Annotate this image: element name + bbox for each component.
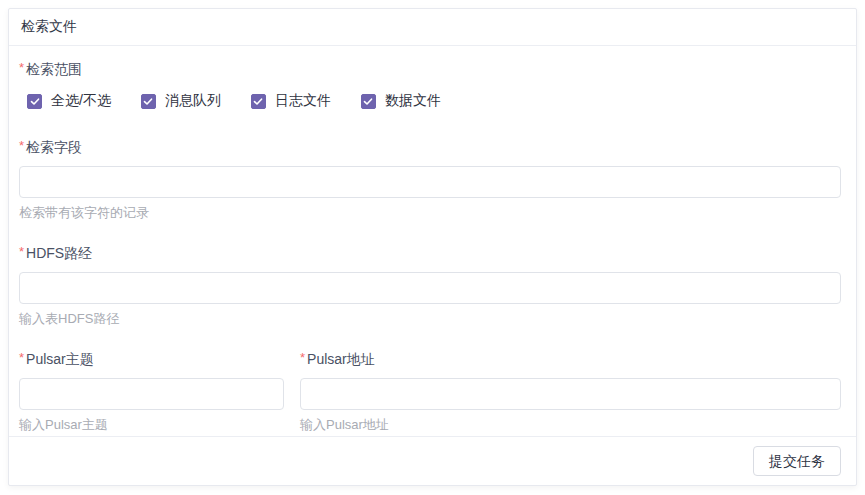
search-file-panel: 检索文件 * 检索范围 全选/不选 消息队列 (8, 8, 857, 486)
checkbox-label[interactable]: 全选/不选 (51, 92, 111, 110)
keyword-label: 检索字段 (26, 137, 82, 157)
scope-section: * 检索范围 全选/不选 消息队列 (19, 59, 841, 111)
keyword-help-text: 检索带有该字符的记录 (19, 204, 841, 221)
check-icon (253, 97, 263, 106)
panel-footer: 提交任务 (9, 436, 856, 485)
check-icon (30, 97, 40, 106)
scope-label: 检索范围 (26, 59, 82, 79)
checkbox-checked-box[interactable] (361, 94, 376, 109)
checkbox-log-file[interactable]: 日志文件 (251, 92, 331, 110)
checkbox-message-queue[interactable]: 消息队列 (141, 92, 221, 110)
pulsar-address-label-row: * Pulsar地址 (300, 349, 841, 369)
checkbox-checked-box[interactable] (141, 94, 156, 109)
keyword-label-row: * 检索字段 (19, 137, 841, 157)
hdfs-help-text: 输入表HDFS路径 (19, 310, 841, 327)
required-asterisk: * (19, 137, 24, 155)
panel-body: * 检索范围 全选/不选 消息队列 (9, 46, 856, 436)
pulsar-address-help-text: 输入Pulsar地址 (300, 416, 841, 433)
checkbox-checked-box[interactable] (27, 94, 42, 109)
check-icon (363, 97, 373, 106)
check-icon (143, 97, 153, 106)
pulsar-address-input[interactable] (300, 378, 841, 410)
pulsar-topic-block: * Pulsar主题 输入Pulsar主题 (19, 349, 284, 433)
hdfs-label-row: * HDFS路经 (19, 243, 841, 263)
checkbox-checked-box[interactable] (251, 94, 266, 109)
required-asterisk: * (300, 349, 305, 367)
pulsar-row: * Pulsar主题 输入Pulsar主题 * Pulsar地址 输入Pulsa… (19, 349, 841, 433)
pulsar-topic-input[interactable] (19, 378, 284, 410)
scope-label-row: * 检索范围 (19, 59, 841, 79)
checkbox-select-all[interactable]: 全选/不选 (27, 92, 111, 110)
panel-header: 检索文件 (9, 9, 856, 46)
pulsar-address-label: Pulsar地址 (307, 349, 375, 369)
checkbox-label[interactable]: 数据文件 (385, 92, 441, 110)
hdfs-field-block: * HDFS路经 输入表HDFS路径 (19, 243, 841, 327)
keyword-field-block: * 检索字段 检索带有该字符的记录 (19, 137, 841, 221)
required-asterisk: * (19, 349, 24, 367)
keyword-input[interactable] (19, 166, 841, 198)
pulsar-address-block: * Pulsar地址 输入Pulsar地址 (300, 349, 841, 433)
checkbox-label[interactable]: 消息队列 (165, 92, 221, 110)
pulsar-topic-label-row: * Pulsar主题 (19, 349, 284, 369)
panel-title: 检索文件 (21, 18, 77, 34)
hdfs-path-input[interactable] (19, 272, 841, 304)
checkbox-label[interactable]: 日志文件 (275, 92, 331, 110)
checkbox-data-file[interactable]: 数据文件 (361, 92, 441, 110)
submit-task-button[interactable]: 提交任务 (753, 446, 841, 476)
hdfs-label: HDFS路经 (26, 243, 92, 263)
pulsar-topic-help-text: 输入Pulsar主题 (19, 416, 284, 433)
scope-checkbox-row: 全选/不选 消息队列 日志文件 (19, 91, 841, 111)
required-asterisk: * (19, 59, 24, 77)
required-asterisk: * (19, 243, 24, 261)
pulsar-topic-label: Pulsar主题 (26, 349, 94, 369)
